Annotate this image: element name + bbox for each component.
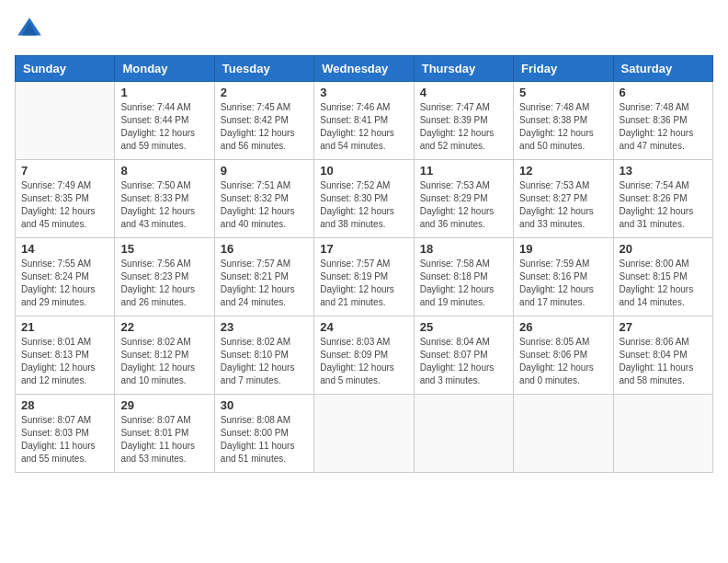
day-info: Sunrise: 8:06 AM Sunset: 8:04 PM Dayligh… — [620, 336, 707, 387]
day-info: Sunrise: 7:53 AM Sunset: 8:27 PM Dayligh… — [519, 179, 607, 231]
day-number: 23 — [221, 320, 308, 334]
day-number: 22 — [120, 320, 208, 334]
day-number: 8 — [120, 164, 208, 178]
calendar-cell: 4Sunrise: 7:47 AM Sunset: 8:39 PM Daylig… — [414, 82, 513, 160]
day-number: 11 — [420, 164, 507, 178]
day-number: 19 — [519, 242, 607, 256]
calendar-cell: 27Sunrise: 8:06 AM Sunset: 8:04 PM Dayli… — [613, 316, 712, 395]
calendar-cell: 12Sunrise: 7:53 AM Sunset: 8:27 PM Dayli… — [514, 160, 613, 238]
day-info: Sunrise: 7:56 AM Sunset: 8:23 PM Dayligh… — [120, 258, 208, 309]
calendar-cell: 24Sunrise: 8:03 AM Sunset: 8:09 PM Dayli… — [314, 316, 414, 395]
week-row-2: 7Sunrise: 7:49 AM Sunset: 8:35 PM Daylig… — [16, 160, 713, 238]
logo-icon — [15, 15, 44, 44]
day-number: 3 — [320, 86, 407, 99]
day-number: 30 — [221, 398, 308, 412]
week-row-5: 28Sunrise: 8:07 AM Sunset: 8:03 PM Dayli… — [16, 395, 713, 473]
day-info: Sunrise: 8:05 AM Sunset: 8:06 PM Dayligh… — [519, 336, 607, 387]
calendar-cell: 5Sunrise: 7:48 AM Sunset: 8:38 PM Daylig… — [514, 82, 613, 160]
calendar-cell: 22Sunrise: 8:02 AM Sunset: 8:12 PM Dayli… — [115, 316, 214, 395]
column-header-sunday: Sunday — [16, 56, 115, 82]
day-number: 6 — [620, 86, 707, 99]
day-info: Sunrise: 7:58 AM Sunset: 8:18 PM Dayligh… — [420, 258, 507, 309]
day-info: Sunrise: 7:52 AM Sunset: 8:30 PM Dayligh… — [320, 179, 407, 231]
calendar-cell: 9Sunrise: 7:51 AM Sunset: 8:32 PM Daylig… — [214, 160, 313, 238]
day-info: Sunrise: 8:02 AM Sunset: 8:12 PM Dayligh… — [120, 336, 208, 387]
calendar-table: SundayMondayTuesdayWednesdayThursdayFrid… — [15, 55, 713, 473]
day-number: 27 — [620, 320, 707, 334]
day-number: 25 — [420, 320, 507, 334]
day-number: 4 — [420, 86, 507, 99]
day-info: Sunrise: 7:48 AM Sunset: 8:36 PM Dayligh… — [620, 101, 707, 153]
day-info: Sunrise: 8:07 AM Sunset: 8:01 PM Dayligh… — [120, 414, 208, 465]
day-number: 14 — [21, 242, 108, 256]
day-info: Sunrise: 7:49 AM Sunset: 8:35 PM Dayligh… — [21, 179, 108, 231]
day-info: Sunrise: 8:00 AM Sunset: 8:15 PM Dayligh… — [620, 258, 707, 309]
calendar-cell: 7Sunrise: 7:49 AM Sunset: 8:35 PM Daylig… — [16, 160, 115, 238]
day-info: Sunrise: 7:59 AM Sunset: 8:16 PM Dayligh… — [519, 258, 607, 309]
calendar-cell: 29Sunrise: 8:07 AM Sunset: 8:01 PM Dayli… — [115, 395, 214, 473]
week-row-4: 21Sunrise: 8:01 AM Sunset: 8:13 PM Dayli… — [16, 316, 713, 395]
calendar-cell: 17Sunrise: 7:57 AM Sunset: 8:19 PM Dayli… — [314, 238, 414, 316]
calendar-cell: 14Sunrise: 7:55 AM Sunset: 8:24 PM Dayli… — [16, 238, 115, 316]
day-number: 26 — [519, 320, 607, 334]
day-number: 13 — [620, 164, 707, 178]
day-number: 29 — [120, 398, 208, 412]
calendar-cell: 28Sunrise: 8:07 AM Sunset: 8:03 PM Dayli… — [16, 395, 115, 473]
column-header-friday: Friday — [514, 56, 613, 82]
calendar-cell: 21Sunrise: 8:01 AM Sunset: 8:13 PM Dayli… — [16, 316, 115, 395]
column-header-thursday: Thursday — [414, 56, 513, 82]
page-header — [15, 15, 713, 44]
calendar-cell: 2Sunrise: 7:45 AM Sunset: 8:42 PM Daylig… — [214, 82, 313, 160]
calendar-cell: 15Sunrise: 7:56 AM Sunset: 8:23 PM Dayli… — [115, 238, 214, 316]
day-number: 12 — [519, 164, 607, 178]
day-info: Sunrise: 8:03 AM Sunset: 8:09 PM Dayligh… — [320, 336, 407, 387]
day-number: 16 — [221, 242, 308, 256]
calendar-cell: 1Sunrise: 7:44 AM Sunset: 8:44 PM Daylig… — [115, 82, 214, 160]
calendar-cell — [16, 82, 115, 160]
day-number: 18 — [420, 242, 507, 256]
day-info: Sunrise: 8:04 AM Sunset: 8:07 PM Dayligh… — [420, 336, 507, 387]
day-info: Sunrise: 8:01 AM Sunset: 8:13 PM Dayligh… — [21, 336, 108, 387]
day-info: Sunrise: 7:57 AM Sunset: 8:21 PM Dayligh… — [221, 258, 308, 309]
calendar-cell: 20Sunrise: 8:00 AM Sunset: 8:15 PM Dayli… — [613, 238, 712, 316]
day-number: 21 — [21, 320, 108, 334]
calendar-cell: 3Sunrise: 7:46 AM Sunset: 8:41 PM Daylig… — [314, 82, 414, 160]
day-info: Sunrise: 7:57 AM Sunset: 8:19 PM Dayligh… — [320, 258, 407, 309]
day-number: 5 — [519, 86, 607, 99]
day-info: Sunrise: 7:44 AM Sunset: 8:44 PM Dayligh… — [120, 101, 208, 153]
calendar-cell: 11Sunrise: 7:53 AM Sunset: 8:29 PM Dayli… — [414, 160, 513, 238]
calendar-cell: 30Sunrise: 8:08 AM Sunset: 8:00 PM Dayli… — [214, 395, 313, 473]
column-header-tuesday: Tuesday — [214, 56, 313, 82]
calendar-cell: 25Sunrise: 8:04 AM Sunset: 8:07 PM Dayli… — [414, 316, 513, 395]
day-info: Sunrise: 8:02 AM Sunset: 8:10 PM Dayligh… — [221, 336, 308, 387]
day-info: Sunrise: 7:51 AM Sunset: 8:32 PM Dayligh… — [221, 179, 308, 231]
day-number: 20 — [620, 242, 707, 256]
day-info: Sunrise: 7:46 AM Sunset: 8:41 PM Dayligh… — [320, 101, 407, 153]
calendar-cell — [414, 395, 513, 473]
calendar-cell: 8Sunrise: 7:50 AM Sunset: 8:33 PM Daylig… — [115, 160, 214, 238]
calendar-cell: 26Sunrise: 8:05 AM Sunset: 8:06 PM Dayli… — [514, 316, 613, 395]
day-number: 2 — [221, 86, 308, 99]
calendar-cell: 6Sunrise: 7:48 AM Sunset: 8:36 PM Daylig… — [613, 82, 712, 160]
day-number: 1 — [120, 86, 208, 99]
calendar-header-row: SundayMondayTuesdayWednesdayThursdayFrid… — [16, 56, 713, 82]
calendar-cell — [314, 395, 414, 473]
week-row-3: 14Sunrise: 7:55 AM Sunset: 8:24 PM Dayli… — [16, 238, 713, 316]
day-info: Sunrise: 8:07 AM Sunset: 8:03 PM Dayligh… — [21, 414, 108, 465]
day-info: Sunrise: 7:45 AM Sunset: 8:42 PM Dayligh… — [221, 101, 308, 153]
calendar-cell: 10Sunrise: 7:52 AM Sunset: 8:30 PM Dayli… — [314, 160, 414, 238]
calendar-cell: 18Sunrise: 7:58 AM Sunset: 8:18 PM Dayli… — [414, 238, 513, 316]
calendar-cell: 19Sunrise: 7:59 AM Sunset: 8:16 PM Dayli… — [514, 238, 613, 316]
day-number: 10 — [320, 164, 407, 178]
day-number: 15 — [120, 242, 208, 256]
day-info: Sunrise: 7:48 AM Sunset: 8:38 PM Dayligh… — [519, 101, 607, 153]
column-header-monday: Monday — [115, 56, 214, 82]
day-info: Sunrise: 7:55 AM Sunset: 8:24 PM Dayligh… — [21, 258, 108, 309]
day-number: 9 — [221, 164, 308, 178]
column-header-wednesday: Wednesday — [314, 56, 414, 82]
day-number: 17 — [320, 242, 407, 256]
calendar-cell: 13Sunrise: 7:54 AM Sunset: 8:26 PM Dayli… — [613, 160, 712, 238]
day-number: 7 — [21, 164, 108, 178]
column-header-saturday: Saturday — [613, 56, 712, 82]
day-number: 28 — [21, 398, 108, 412]
